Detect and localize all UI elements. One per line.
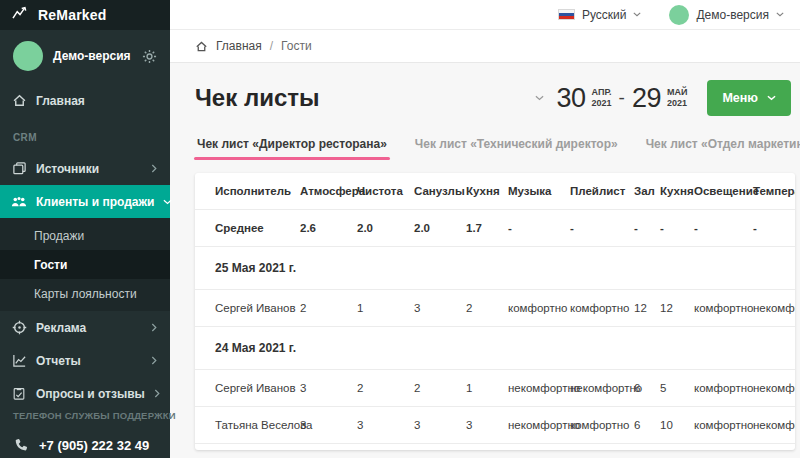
table-cell: комфортно	[694, 302, 753, 314]
table-header-cell: Плейлист	[570, 185, 634, 197]
avatar	[669, 5, 689, 25]
table-cell: -	[570, 222, 634, 234]
clipboard-icon	[11, 386, 27, 402]
sidebar-subitem-prodazhi[interactable]: Продажи	[0, 221, 170, 250]
page-title: Чек листы	[195, 84, 320, 112]
main-area: Русский Демо-версия Главная / Гости Чек …	[170, 0, 800, 458]
menu-button-label: Меню	[722, 91, 758, 105]
language-label: Русский	[582, 8, 627, 22]
tab-direktor-restorana[interactable]: Чек лист «Директор ресторана»	[197, 137, 387, 160]
table-cell: 1.7	[466, 222, 508, 234]
table-cell: 2.0	[357, 222, 414, 234]
avatar	[13, 41, 43, 71]
sidebar-item-label: Клиенты и продажи	[36, 195, 154, 209]
sidebar-item-label: Опросы и отзывы	[36, 387, 145, 401]
table-cell: комфортно	[694, 382, 753, 394]
table-cell: Сергей Иванов	[215, 382, 300, 394]
checklist-table-card[interactable]: ИсполнительАтмосфераЧистотаСанузлыКухняМ…	[195, 173, 795, 450]
tab-otdel-marketinga[interactable]: Чек лист «Отдел маркетинга»	[646, 137, 800, 160]
sidebar-item-otchety[interactable]: Отчеты	[0, 344, 170, 377]
layers-icon	[11, 161, 27, 177]
table-cell: -	[660, 222, 694, 234]
date-range-picker[interactable]: 30 АПР. 2021 - 29 МАЙ 2021	[556, 83, 687, 114]
table-header-cell: Чистота	[357, 185, 414, 197]
date-start-month: АПР.	[592, 87, 612, 98]
table-cell: 12	[634, 302, 660, 314]
sidebar-item-oprosy-i-otzyvy[interactable]: Опросы и отзывы	[0, 377, 170, 410]
table-cell: некомфортно	[753, 419, 795, 431]
sidebar-section-label: CRM	[0, 117, 170, 152]
support-phone-number: +7 (905) 222 32 49	[39, 438, 149, 453]
tab-tehnicheskiy-direktor[interactable]: Чек лист «Технический директор»	[415, 137, 618, 160]
sidebar-submenu: ПродажиГостиКарты лояльности	[0, 218, 170, 311]
page-header-controls: 30 АПР. 2021 - 29 МАЙ 2021 Меню	[535, 80, 791, 116]
checklist-tabs: Чек лист «Директор ресторана»Чек лист «Т…	[195, 137, 795, 160]
sidebar-item-label: Главная	[36, 94, 158, 108]
table-cell: 2	[357, 382, 414, 394]
table-cell: некомфортно	[508, 382, 570, 394]
sidebar-item-reklama[interactable]: Реклама	[0, 311, 170, 344]
sidebar: ReMarked Демо-версия ГлавнаяCRMИсточники…	[0, 0, 170, 458]
table-cell: комфортно	[694, 419, 753, 431]
chevron-down-icon	[776, 12, 784, 17]
breadcrumb: Главная / Гости	[170, 30, 800, 63]
table-cell: 3	[300, 419, 357, 431]
account-menu[interactable]: Демо-версия	[669, 5, 784, 25]
table-header-cell: Атмосфера	[300, 185, 357, 197]
table-cell: -	[508, 222, 570, 234]
sidebar-item-label: Реклама	[36, 321, 142, 335]
table-cell: некомфортно	[753, 302, 795, 314]
profile-name: Демо-версия	[53, 49, 132, 63]
table-cell: Сергей Иванов	[215, 302, 300, 314]
table-cell: 3	[357, 419, 414, 431]
table-cell: некомфортно	[753, 382, 795, 394]
table-header-cell: Исполнитель	[215, 185, 300, 197]
sidebar-item-label: Источники	[36, 162, 142, 176]
chevron-down-icon[interactable]	[535, 95, 544, 101]
sidebar-item-glavnaya[interactable]: Главная	[0, 84, 170, 117]
table-header-cell: Кухня	[660, 185, 694, 197]
table-cell: 5	[660, 382, 694, 394]
table-cell: -	[634, 222, 660, 234]
table-cell: 3	[466, 419, 508, 431]
profile-block: Демо-версия	[0, 30, 170, 80]
menu-button[interactable]: Меню	[707, 80, 791, 116]
chevron-down-icon	[163, 199, 172, 205]
home-icon[interactable]	[195, 40, 208, 53]
table-cell: 6	[634, 419, 660, 431]
sidebar-subitem-gosti[interactable]: Гости	[0, 250, 170, 279]
sidebar-item-istochniki[interactable]: Источники	[0, 152, 170, 185]
page-header: Чек листы 30 АПР. 2021 - 29 МАЙ 2021	[195, 80, 795, 116]
date-start-year: 2021	[592, 98, 612, 109]
table-header-cell: Освещение	[694, 185, 753, 197]
logo-text: ReMarked	[38, 7, 107, 23]
breadcrumb-home-link[interactable]: Главная	[216, 39, 262, 53]
support-label: ТЕЛЕФОН СЛУЖБЫ ПОДДЕРЖКИ	[13, 410, 158, 421]
chart-icon	[11, 353, 27, 369]
breadcrumb-current: Гости	[281, 39, 312, 53]
table-header-cell: Санузлы	[414, 185, 466, 197]
language-selector[interactable]: Русский	[558, 8, 642, 22]
table-cell: 1	[466, 382, 508, 394]
sidebar-item-klienty-i-prodazhi[interactable]: Клиенты и продажи	[0, 185, 170, 218]
chevron-down-icon	[633, 12, 641, 17]
target-icon	[11, 320, 27, 336]
date-group-label: 24 Мая 2021 г.	[215, 341, 296, 355]
table-row: Сергей Иванов3221некомфортнонекомфортно6…	[195, 370, 795, 407]
chevron-down-icon	[767, 95, 776, 101]
table-header-cell: Температура	[753, 185, 795, 197]
sidebar-subitem-karty-loyalnosti[interactable]: Карты лояльности	[0, 279, 170, 308]
table-cell: некомфортно	[508, 419, 570, 431]
support-phone: +7 (905) 222 32 49	[13, 438, 158, 453]
table-cell: 2	[466, 302, 508, 314]
table-cell: -	[753, 222, 795, 234]
table-cell: 12	[660, 302, 694, 314]
people-icon	[11, 194, 27, 210]
date-end-day: 29	[632, 83, 661, 114]
gear-icon[interactable]	[142, 49, 157, 64]
chevron-right-icon	[151, 356, 158, 365]
date-end-month: МАЙ	[667, 87, 687, 98]
support-block: ТЕЛЕФОН СЛУЖБЫ ПОДДЕРЖКИ +7 (905) 222 32…	[0, 410, 170, 458]
table-cell: Татьяна Веселова	[215, 419, 300, 431]
date-end-month-year: МАЙ 2021	[667, 87, 687, 109]
